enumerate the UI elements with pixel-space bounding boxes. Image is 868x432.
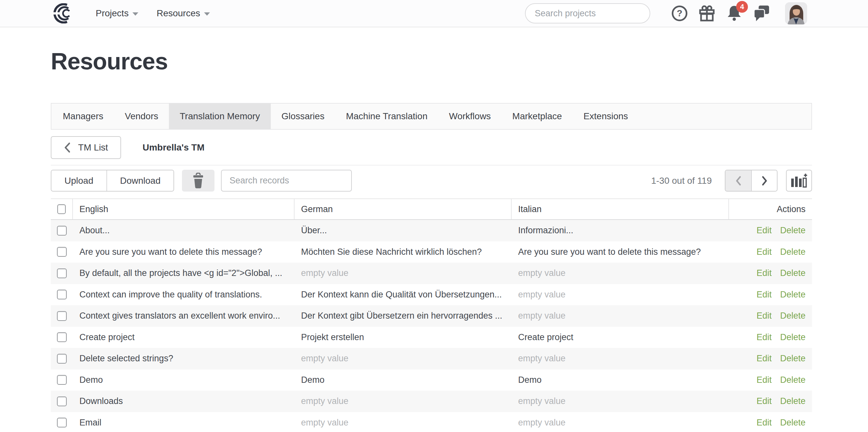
cell-english: Context can improve the quality of trans… [73, 290, 294, 300]
delete-link[interactable]: Delete [780, 417, 806, 428]
edit-link[interactable]: Edit [756, 311, 772, 321]
nav-resources-label: Resources [157, 8, 200, 19]
edit-link[interactable]: Edit [756, 417, 772, 428]
edit-link[interactable]: Edit [756, 247, 772, 257]
row-checkbox[interactable] [57, 311, 67, 321]
delete-link[interactable]: Delete [780, 268, 806, 278]
row-select-cell [51, 354, 73, 364]
chat-icon [753, 5, 770, 22]
edit-link[interactable]: Edit [756, 290, 772, 300]
edit-link[interactable]: Edit [756, 353, 772, 364]
tm-list-back-button[interactable]: TM List [51, 136, 121, 159]
cell-german: empty value [294, 353, 512, 364]
user-avatar[interactable] [785, 2, 807, 24]
gift-icon [698, 5, 716, 22]
table-row: Are you sure you want to delete this mes… [51, 241, 812, 263]
help-button[interactable]: ? [671, 4, 689, 23]
pagination-range: 1-30 out of 119 [651, 176, 712, 186]
edit-link[interactable]: Edit [756, 332, 772, 342]
row-select-cell [51, 247, 73, 257]
tab-translation-memory[interactable]: Translation Memory [169, 104, 271, 129]
cell-actions: Edit Delete [729, 311, 812, 321]
notifications-button[interactable]: 4 [725, 4, 743, 23]
cell-italian: empty value [512, 396, 729, 406]
row-select-cell [51, 268, 73, 278]
edit-link[interactable]: Edit [756, 375, 772, 385]
row-checkbox[interactable] [57, 290, 67, 299]
cell-german: Der Kontext kann die Qualität von Überse… [294, 290, 512, 300]
delete-link[interactable]: Delete [780, 311, 806, 321]
upload-download-group: Upload Download [51, 170, 174, 192]
manage-columns-button[interactable] [786, 170, 812, 192]
columns-icon [790, 173, 808, 188]
upload-button[interactable]: Upload [52, 170, 106, 191]
column-header-actions: Actions [729, 199, 812, 219]
edit-link[interactable]: Edit [756, 268, 772, 278]
delete-link[interactable]: Delete [780, 353, 806, 364]
tab-vendors[interactable]: Vendors [114, 104, 169, 129]
delete-link[interactable]: Delete [780, 247, 806, 257]
cell-italian: Are you sure you want to delete this mes… [512, 247, 729, 257]
cell-german: empty value [294, 268, 512, 278]
edit-link[interactable]: Edit [756, 226, 772, 235]
projects-search-input[interactable] [535, 8, 650, 19]
select-all-cell [51, 199, 73, 219]
row-checkbox[interactable] [57, 268, 67, 278]
gift-button[interactable] [698, 4, 716, 23]
nav-projects[interactable]: Projects [96, 8, 138, 19]
delete-link[interactable]: Delete [780, 226, 806, 235]
select-all-checkbox[interactable] [57, 204, 66, 214]
cell-actions: Edit Delete [729, 396, 812, 406]
table-header: English German Italian Actions [51, 199, 812, 220]
tm-name-title: Umbrella's TM [143, 142, 205, 153]
row-checkbox[interactable] [57, 397, 67, 406]
cell-english: Are you sure you want to delete this mes… [73, 247, 294, 257]
toolbar: Upload Download 1-30 out of 119 [51, 170, 812, 192]
tab-marketplace[interactable]: Marketplace [501, 104, 573, 129]
edit-link[interactable]: Edit [756, 396, 772, 406]
cell-italian: Create project [512, 332, 729, 342]
table-row: Context gives translators an excellent w… [51, 305, 812, 327]
cell-german: Der Kontext gibt Übersetzern ein hervorr… [294, 311, 512, 321]
page-title: Resources [51, 48, 812, 75]
tab-glossaries[interactable]: Glossaries [271, 104, 335, 129]
row-checkbox[interactable] [57, 354, 67, 364]
tab-workflows[interactable]: Workflows [438, 104, 501, 129]
pager [725, 170, 777, 192]
delete-link[interactable]: Delete [780, 332, 806, 342]
cell-english: Delete selected strings? [73, 353, 294, 364]
delete-selected-button[interactable] [182, 170, 215, 192]
row-select-cell [51, 290, 73, 299]
chevron-down-icon [204, 12, 210, 16]
table-row: Context can improve the quality of trans… [51, 284, 812, 306]
cell-english: Create project [73, 332, 294, 342]
row-checkbox[interactable] [57, 417, 67, 427]
tab-machine-translation[interactable]: Machine Translation [335, 104, 438, 129]
row-checkbox[interactable] [57, 247, 67, 257]
topbar: Projects Resources ? [0, 0, 868, 27]
download-button[interactable]: Download [106, 170, 174, 191]
delete-link[interactable]: Delete [780, 396, 806, 406]
messages-button[interactable] [752, 4, 771, 23]
records-search-input[interactable] [221, 170, 352, 192]
tab-managers[interactable]: Managers [52, 104, 114, 129]
cell-german: empty value [294, 417, 512, 428]
app-logo-icon[interactable] [53, 3, 74, 24]
nav-resources[interactable]: Resources [157, 8, 210, 19]
cell-italian: empty value [512, 290, 729, 300]
row-checkbox[interactable] [57, 375, 67, 385]
table-row: By default, all the projects have <g id=… [51, 263, 812, 284]
chevron-left-icon [64, 142, 71, 153]
cell-italian: Informazioni... [512, 226, 729, 235]
cell-german: Demo [294, 375, 512, 385]
row-checkbox[interactable] [57, 226, 67, 235]
cell-english: Email [73, 417, 294, 428]
row-checkbox[interactable] [57, 332, 67, 342]
cell-english: Demo [73, 375, 294, 385]
prev-page-button[interactable] [725, 170, 751, 191]
delete-link[interactable]: Delete [780, 290, 806, 300]
next-page-button[interactable] [751, 170, 777, 191]
tab-extensions[interactable]: Extensions [573, 104, 639, 129]
delete-link[interactable]: Delete [780, 375, 806, 385]
notification-badge: 4 [736, 1, 748, 13]
